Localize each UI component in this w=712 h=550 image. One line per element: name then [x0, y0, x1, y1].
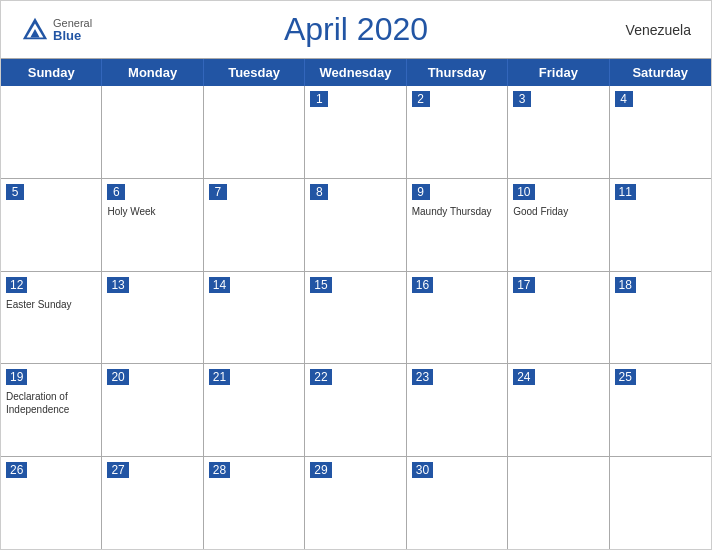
day-cell: 6Holy Week [102, 179, 203, 271]
day-number: 26 [6, 462, 27, 478]
day-cell: . [102, 86, 203, 178]
day-number: . [513, 462, 531, 478]
logo-text: General Blue [53, 18, 92, 42]
day-number: 28 [209, 462, 230, 478]
day-number: 18 [615, 277, 636, 293]
day-cell: 27 [102, 457, 203, 549]
day-number: . [6, 91, 24, 107]
header-tuesday: Tuesday [204, 59, 305, 86]
day-number: 8 [310, 184, 328, 200]
day-number: 22 [310, 369, 331, 385]
day-number: 3 [513, 91, 531, 107]
day-number: 19 [6, 369, 27, 385]
day-cell: . [1, 86, 102, 178]
day-cell: 3 [508, 86, 609, 178]
day-cell: 13 [102, 272, 203, 364]
calendar-grid: Sunday Monday Tuesday Wednesday Thursday… [1, 58, 711, 549]
week-row-1: ...1234 [1, 86, 711, 179]
day-cell: 17 [508, 272, 609, 364]
day-cell: 7 [204, 179, 305, 271]
header-sunday: Sunday [1, 59, 102, 86]
header-wednesday: Wednesday [305, 59, 406, 86]
week-row-5: 2627282930.. [1, 457, 711, 549]
day-number: 5 [6, 184, 24, 200]
day-number: 13 [107, 277, 128, 293]
day-cell: 1 [305, 86, 406, 178]
week-row-3: 12Easter Sunday131415161718 [1, 272, 711, 365]
day-number: 24 [513, 369, 534, 385]
day-number: 25 [615, 369, 636, 385]
day-number: 27 [107, 462, 128, 478]
day-cell: 23 [407, 364, 508, 456]
day-number: 29 [310, 462, 331, 478]
day-cell: 8 [305, 179, 406, 271]
header-thursday: Thursday [407, 59, 508, 86]
day-cell: 19Declaration of Independence [1, 364, 102, 456]
day-number: . [209, 91, 227, 107]
day-number: 30 [412, 462, 433, 478]
day-cell: 22 [305, 364, 406, 456]
day-cell: 2 [407, 86, 508, 178]
country-label: Venezuela [626, 22, 691, 38]
day-number: 21 [209, 369, 230, 385]
day-number: . [107, 91, 125, 107]
day-number: 17 [513, 277, 534, 293]
logo: General Blue [21, 16, 92, 44]
day-number: 23 [412, 369, 433, 385]
week-row-2: 56Holy Week789Maundy Thursday10Good Frid… [1, 179, 711, 272]
day-cell: 28 [204, 457, 305, 549]
day-number: 7 [209, 184, 227, 200]
day-cell: . [204, 86, 305, 178]
day-cell: 10Good Friday [508, 179, 609, 271]
day-cell: 20 [102, 364, 203, 456]
day-number: 6 [107, 184, 125, 200]
day-cell: . [610, 457, 711, 549]
day-cell: 16 [407, 272, 508, 364]
event-text: Declaration of Independence [6, 390, 96, 416]
header-friday: Friday [508, 59, 609, 86]
day-headers: Sunday Monday Tuesday Wednesday Thursday… [1, 59, 711, 86]
event-text: Good Friday [513, 205, 603, 218]
day-number: 20 [107, 369, 128, 385]
day-number: 12 [6, 277, 27, 293]
weeks-container: ...123456Holy Week789Maundy Thursday10Go… [1, 86, 711, 549]
day-cell: 4 [610, 86, 711, 178]
calendar-header: General Blue April 2020 Venezuela [1, 1, 711, 58]
day-cell: 30 [407, 457, 508, 549]
day-cell: 21 [204, 364, 305, 456]
day-cell: . [508, 457, 609, 549]
logo-icon [21, 16, 49, 44]
day-cell: 9Maundy Thursday [407, 179, 508, 271]
day-number: 16 [412, 277, 433, 293]
logo-blue-text: Blue [53, 29, 92, 42]
day-number: 2 [412, 91, 430, 107]
day-cell: 25 [610, 364, 711, 456]
day-cell: 26 [1, 457, 102, 549]
day-number: 1 [310, 91, 328, 107]
day-cell: 15 [305, 272, 406, 364]
week-row-4: 19Declaration of Independence20212223242… [1, 364, 711, 457]
day-cell: 14 [204, 272, 305, 364]
calendar-container: General Blue April 2020 Venezuela Sunday… [0, 0, 712, 550]
day-number: 9 [412, 184, 430, 200]
event-text: Easter Sunday [6, 298, 96, 311]
day-cell: 11 [610, 179, 711, 271]
day-cell: 5 [1, 179, 102, 271]
event-text: Holy Week [107, 205, 197, 218]
day-cell: 24 [508, 364, 609, 456]
calendar-title: April 2020 [284, 11, 428, 48]
day-cell: 29 [305, 457, 406, 549]
day-cell: 12Easter Sunday [1, 272, 102, 364]
day-number: 10 [513, 184, 534, 200]
day-number: . [615, 462, 633, 478]
day-cell: 18 [610, 272, 711, 364]
day-number: 4 [615, 91, 633, 107]
day-number: 14 [209, 277, 230, 293]
event-text: Maundy Thursday [412, 205, 502, 218]
day-number: 15 [310, 277, 331, 293]
header-monday: Monday [102, 59, 203, 86]
day-number: 11 [615, 184, 636, 200]
header-saturday: Saturday [610, 59, 711, 86]
